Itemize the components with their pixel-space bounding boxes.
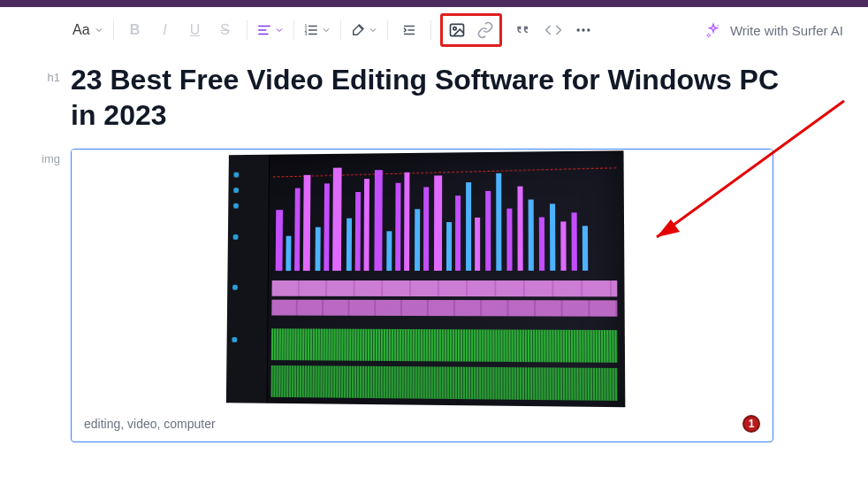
font-style-dropdown[interactable]: Aa [72, 17, 104, 43]
code-icon [544, 21, 562, 39]
page-title[interactable]: 23 Best Free Video Editing Software for … [71, 62, 815, 133]
dots-icon [575, 21, 592, 39]
chevron-down-icon [274, 25, 285, 35]
image-icon [448, 21, 466, 39]
brush-icon [350, 22, 366, 38]
italic-icon: I [163, 22, 166, 38]
heading-row: h1 23 Best Free Video Editing Software f… [35, 62, 815, 133]
image-block[interactable]: editing, video, computer 1 [71, 149, 773, 442]
list-icon: 123 [303, 22, 319, 38]
svg-point-16 [587, 28, 590, 31]
image-caption-bar: editing, video, computer 1 [72, 406, 773, 441]
more-options-button[interactable] [571, 17, 596, 43]
chevron-down-icon [94, 25, 104, 35]
annotation-highlight-box [440, 13, 502, 47]
toolbar-separator [247, 20, 247, 40]
underline-icon: U [190, 22, 201, 38]
blockquote-button[interactable] [511, 17, 536, 43]
indent-button[interactable] [397, 17, 422, 43]
gutter-image: img [35, 149, 71, 165]
toolbar-separator [387, 20, 388, 40]
svg-point-14 [576, 28, 579, 31]
issue-count-badge[interactable]: 1 [742, 415, 760, 433]
video-editor-image [225, 150, 625, 407]
font-label: Aa [72, 22, 90, 38]
toolbar-separator [340, 20, 341, 40]
svg-text:3: 3 [304, 31, 307, 36]
quote-icon [514, 21, 532, 39]
toolbar-separator [293, 20, 294, 40]
gutter-heading: h1 [35, 62, 71, 84]
strikethrough-button[interactable]: S [213, 17, 238, 43]
list-dropdown[interactable]: 123 [303, 17, 331, 43]
svg-point-17 [717, 25, 719, 27]
insert-image-button[interactable] [445, 17, 469, 43]
svg-point-13 [453, 27, 455, 30]
chevron-down-icon [321, 25, 331, 35]
image-canvas [72, 150, 773, 406]
align-dropdown[interactable] [256, 17, 285, 43]
chevron-down-icon [368, 25, 378, 35]
code-button[interactable] [541, 17, 566, 43]
highlight-dropdown[interactable] [350, 17, 378, 43]
link-icon [476, 21, 494, 39]
strikethrough-icon: S [220, 22, 230, 38]
image-caption[interactable]: editing, video, computer [84, 417, 216, 431]
underline-button[interactable]: U [183, 17, 208, 43]
surfer-label: Write with Surfer AI [730, 23, 843, 38]
insert-link-button[interactable] [473, 17, 498, 43]
bold-button[interactable]: B [123, 17, 148, 43]
write-with-surfer-button[interactable]: Write with Surfer AI [695, 17, 852, 43]
sparkle-icon [704, 20, 723, 40]
bold-icon: B [130, 22, 141, 38]
svg-point-15 [582, 28, 584, 31]
editor-toolbar: Aa B I U S 123 [0, 7, 868, 55]
italic-button[interactable]: I [153, 17, 178, 43]
toolbar-separator [113, 20, 114, 40]
document-content: h1 23 Best Free Video Editing Software f… [0, 55, 868, 442]
align-left-icon [256, 22, 272, 38]
toolbar-separator [430, 20, 431, 40]
image-row: img [35, 149, 815, 442]
app-top-stripe [0, 0, 868, 7]
indent-icon [401, 22, 417, 38]
